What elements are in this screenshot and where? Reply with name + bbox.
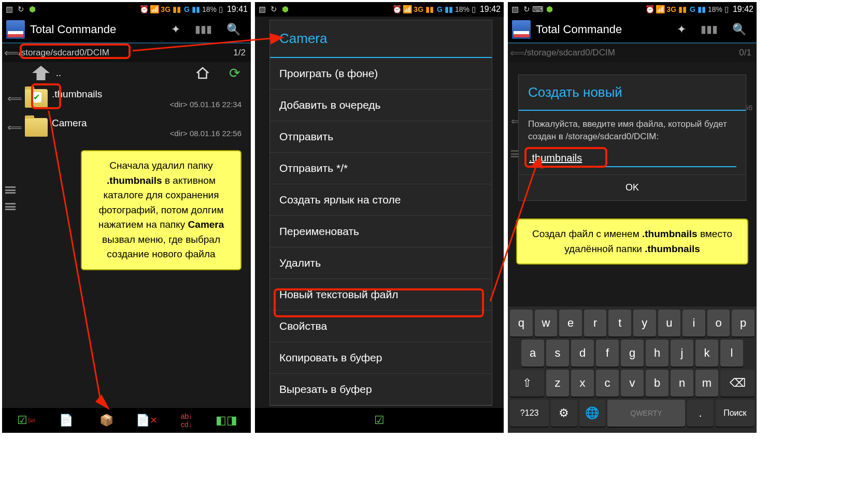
brush-icon[interactable]: ✦ xyxy=(171,23,180,36)
folder-icon[interactable] xyxy=(25,118,48,137)
wifi-icon: 📶 xyxy=(150,5,159,13)
battery-percent: 18% xyxy=(455,5,469,13)
pack-icon[interactable]: 📦 xyxy=(98,412,115,429)
menu-item-cut-clipboard[interactable]: Вырезать в буфер xyxy=(270,374,492,405)
clock: 19:41 xyxy=(227,5,248,14)
key-x[interactable]: x xyxy=(571,370,594,397)
key-g[interactable]: g xyxy=(621,340,644,367)
key-c[interactable]: c xyxy=(596,370,619,397)
path-counter: 0/1 xyxy=(739,48,751,58)
network-g: G xyxy=(184,5,190,13)
key-shift[interactable]: ⇧ xyxy=(510,370,544,397)
sync-icon: ↻ xyxy=(269,5,278,13)
path-text[interactable]: /storage/sdcard0/DCIM xyxy=(19,48,233,58)
dialog-title: Создать новый xyxy=(519,75,746,111)
menu-item-send-all[interactable]: Отправить */* xyxy=(270,153,492,184)
swap-icon[interactable]: ◧◨ xyxy=(218,412,235,429)
ok-button[interactable]: OK xyxy=(519,174,746,200)
menu-item-queue[interactable]: Добавить в очередь xyxy=(270,90,492,121)
app-icon xyxy=(6,20,25,39)
key-period[interactable]: . xyxy=(687,400,713,427)
key-y[interactable]: y xyxy=(633,310,656,337)
key-b[interactable]: b xyxy=(646,370,668,397)
columns-icon[interactable]: ▮▮▮ xyxy=(195,23,212,36)
list-icon[interactable] xyxy=(5,203,16,210)
network-g: G xyxy=(437,5,443,13)
signal-icon: ▮▮ xyxy=(173,5,181,14)
search-icon[interactable]: 🔍 xyxy=(732,23,746,36)
menu-title: Camera xyxy=(270,20,492,58)
folder-checked-icon[interactable] xyxy=(25,89,48,108)
up-arrow-icon[interactable] xyxy=(32,66,50,80)
key-p[interactable]: p xyxy=(732,310,755,337)
menu-item-delete[interactable]: Удалить xyxy=(270,247,492,279)
file-name: .thumbnails xyxy=(52,89,246,100)
key-z[interactable]: z xyxy=(546,370,569,397)
key-i[interactable]: i xyxy=(682,310,705,337)
signal-icon: ▮▮ xyxy=(425,5,434,14)
key-f[interactable]: f xyxy=(596,340,619,367)
keyboard: q w e r t y u i o p a s d f g h j k l ⇧ … xyxy=(508,306,757,433)
filename-input[interactable]: .thumbnails xyxy=(528,150,736,167)
key-k[interactable]: k xyxy=(695,340,718,367)
back-arrow-icon[interactable]: ⟸ xyxy=(4,47,19,59)
battery-icon: ▯ xyxy=(724,5,729,14)
key-settings-icon[interactable]: ⚙ xyxy=(551,400,577,427)
select-icon[interactable]: ☑ xyxy=(371,412,388,429)
file-row-thumbnails[interactable]: ⟸ .thumbnails <dir> 05.01.16 22:34 xyxy=(2,84,251,113)
key-space[interactable]: QWERTY xyxy=(607,400,686,427)
parent-dir[interactable]: .. xyxy=(56,68,61,79)
create-dialog: Создать новый Пожалуйста, введите имя фа… xyxy=(518,75,746,201)
key-t[interactable]: t xyxy=(608,310,631,337)
path-counter: 1/2 xyxy=(233,48,246,58)
key-d[interactable]: d xyxy=(571,340,594,367)
back-arrow-icon[interactable]: ⟸ xyxy=(510,47,524,59)
menu-item-send[interactable]: Отправить xyxy=(270,121,492,153)
key-r[interactable]: r xyxy=(584,310,607,337)
home-icon[interactable] xyxy=(194,65,211,81)
sort-icon[interactable]: ab↓cd↓ xyxy=(178,412,195,429)
menu-item-rename[interactable]: Переименовать xyxy=(270,216,492,247)
key-h[interactable]: h xyxy=(646,340,668,367)
key-a[interactable]: a xyxy=(521,340,544,367)
key-m[interactable]: m xyxy=(695,370,718,397)
dialog-message: Пожалуйста, введите имя файла, который б… xyxy=(519,111,746,146)
key-o[interactable]: o xyxy=(707,310,730,337)
key-symbols[interactable]: ?123 xyxy=(510,400,549,427)
key-w[interactable]: w xyxy=(535,310,558,337)
network-g: G xyxy=(690,5,695,13)
brush-icon[interactable]: ✦ xyxy=(677,23,686,36)
key-q[interactable]: q xyxy=(510,310,533,337)
bottom-toolbar: ☑Sel 📄 📦 📄✕ ab↓cd↓ ◧◨ xyxy=(2,408,251,433)
key-l[interactable]: l xyxy=(720,340,743,367)
menu-item-shortcut[interactable]: Создать ярлык на столе xyxy=(270,184,492,216)
key-search[interactable]: Поиск xyxy=(716,400,755,427)
menu-item-copy-clipboard[interactable]: Копировать в буфер xyxy=(270,342,492,374)
key-globe-icon[interactable]: 🌐 xyxy=(579,400,605,427)
key-v[interactable]: v xyxy=(621,370,644,397)
select-icon[interactable]: ☑Sel xyxy=(18,412,35,429)
menu-item-properties[interactable]: Свойства xyxy=(270,311,492,342)
list-icon[interactable] xyxy=(5,186,16,194)
key-n[interactable]: n xyxy=(671,370,693,397)
key-u[interactable]: u xyxy=(658,310,681,337)
menu-item-play[interactable]: Проиграть (в фоне) xyxy=(270,58,492,90)
copy-icon[interactable]: 📄 xyxy=(58,412,75,429)
key-s[interactable]: s xyxy=(546,340,569,367)
key-j[interactable]: j xyxy=(671,340,693,367)
file-row-camera[interactable]: ⟸ Camera <dir> 08.01.16 22:56 xyxy=(2,113,251,142)
shield-icon: ⬢ xyxy=(28,5,36,13)
key-e[interactable]: e xyxy=(559,310,582,337)
refresh-icon[interactable]: ⟳ xyxy=(229,65,245,81)
notif-icon: ▧ xyxy=(5,5,13,13)
screen-2: ▧ ↻ ⬢ ⏰ 📶 3G ▮▮ G ▮▮ 18% ▯ 19:42 Camera … xyxy=(255,2,504,433)
search-icon[interactable]: 🔍 xyxy=(226,23,240,36)
wifi-icon: 📶 xyxy=(656,5,664,13)
delete-icon[interactable]: 📄✕ xyxy=(138,412,155,429)
network-3g: 3G xyxy=(161,5,170,13)
path-text[interactable]: /storage/sdcard0/DCIM xyxy=(524,48,739,58)
columns-icon[interactable]: ▮▮▮ xyxy=(701,23,718,36)
menu-item-new-file[interactable]: Новый текстовый файл xyxy=(270,279,492,311)
app-icon xyxy=(512,20,531,39)
key-backspace[interactable]: ⌫ xyxy=(720,370,755,397)
